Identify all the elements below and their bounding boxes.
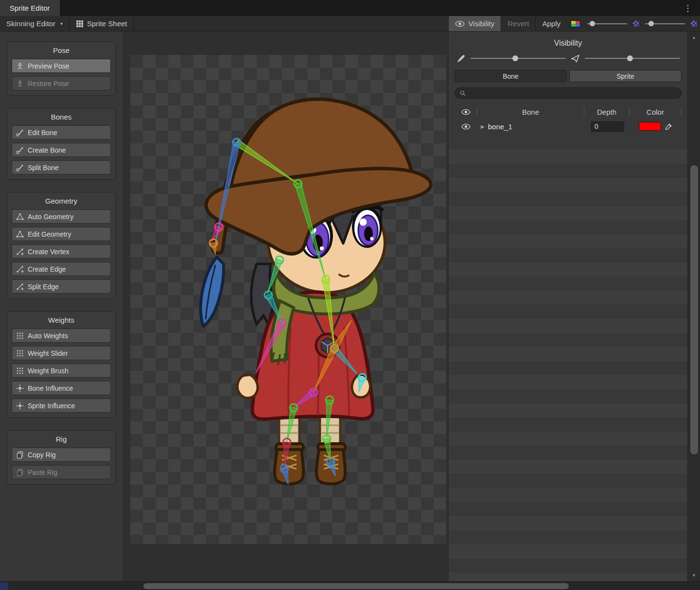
sprite-color-icon[interactable] bbox=[571, 20, 580, 27]
column-header-bone: Bone bbox=[477, 108, 584, 116]
bone-row[interactable]: ▶ bone_1 bbox=[455, 119, 682, 134]
search-input[interactable] bbox=[469, 89, 676, 97]
visibility-column-eye-icon bbox=[461, 109, 471, 115]
tool-sidebar: Pose Preview Pose Restore Pose Bones Edi… bbox=[0, 32, 122, 581]
bone-opacity-icon bbox=[456, 54, 466, 63]
revert-button[interactable]: Revert bbox=[501, 16, 535, 31]
geometry-group: Geometry Auto Geometry Edit Geometry Cre… bbox=[7, 192, 116, 299]
restore-pose-button[interactable]: Restore Pose bbox=[12, 76, 111, 90]
pose-icon bbox=[16, 62, 24, 70]
button-label: Preview Pose bbox=[28, 62, 70, 70]
column-header-depth: Depth bbox=[584, 108, 629, 116]
revert-label: Revert bbox=[508, 19, 529, 28]
alpha-checker-icon bbox=[690, 20, 698, 27]
eyedropper-icon[interactable] bbox=[665, 122, 673, 131]
pose-icon bbox=[16, 80, 24, 87]
sprite-editor-window: Sprite Editor ⋮ Skinning Editor ▾ Sprite… bbox=[0, 0, 700, 590]
slider-knob[interactable] bbox=[648, 21, 654, 26]
toolbar: Skinning Editor ▾ Sprite Sheet Visibilit… bbox=[0, 16, 700, 32]
empty-row-stripes bbox=[449, 150, 687, 581]
apply-button[interactable]: Apply bbox=[536, 16, 567, 31]
sprite-canvas[interactable] bbox=[122, 32, 448, 581]
depth-input[interactable] bbox=[591, 121, 624, 132]
tab-sprite[interactable]: Sprite bbox=[569, 70, 682, 82]
visibility-label: Visibility bbox=[468, 19, 494, 28]
scroll-up-arrow[interactable]: ▲ bbox=[688, 35, 700, 40]
bone-icon bbox=[16, 129, 24, 137]
button-label: Bone Influence bbox=[28, 384, 73, 392]
edit-geometry-button[interactable]: Edit Geometry bbox=[12, 227, 111, 241]
transparency-checkerboard bbox=[130, 55, 446, 544]
chevron-down-icon: ▾ bbox=[60, 21, 63, 26]
weight-brush-button[interactable]: Weight Brush bbox=[12, 364, 111, 378]
auto-weights-button[interactable]: Auto Weights bbox=[12, 329, 111, 343]
button-label: Create Bone bbox=[28, 146, 66, 154]
kebab-menu-icon[interactable]: ⋮ bbox=[683, 0, 692, 16]
alpha-slider[interactable] bbox=[645, 16, 685, 32]
copy-icon bbox=[16, 451, 24, 459]
button-label: Sprite Influence bbox=[28, 402, 75, 410]
sprite-sheet-grid-icon bbox=[76, 20, 84, 28]
bone-color-swatch[interactable] bbox=[639, 122, 661, 131]
vertical-scroll-thumb[interactable] bbox=[690, 165, 698, 454]
sprite-sheet-button[interactable]: Sprite Sheet bbox=[70, 16, 134, 31]
apply-label: Apply bbox=[542, 19, 560, 28]
button-label: Edit Geometry bbox=[28, 230, 71, 238]
expand-caret-icon[interactable]: ▶ bbox=[481, 124, 485, 129]
create-vertex-button[interactable]: Create Vertex bbox=[12, 244, 111, 259]
vertex-icon bbox=[16, 248, 24, 256]
create-edge-button[interactable]: Create Edge bbox=[12, 262, 111, 276]
horizontal-scrollbar[interactable] bbox=[0, 581, 700, 590]
scroll-down-arrow[interactable]: ▼ bbox=[688, 573, 700, 578]
slider-knob[interactable] bbox=[512, 55, 518, 61]
rig-group: Rig Copy Rig Paste Rig bbox=[7, 430, 116, 485]
create-bone-button[interactable]: Create Bone bbox=[12, 143, 111, 157]
button-label: Split Edge bbox=[28, 283, 59, 291]
edit-bone-button[interactable]: Edit Bone bbox=[12, 125, 111, 139]
preview-pose-button[interactable]: Preview Pose bbox=[12, 59, 111, 73]
bone-visibility-eye-icon[interactable] bbox=[461, 123, 471, 130]
split-edge-button[interactable]: Split Edge bbox=[12, 279, 111, 294]
paste-rig-button[interactable]: Paste Rig bbox=[12, 465, 111, 479]
sprite-opacity-slider[interactable] bbox=[585, 53, 680, 63]
weight-slider-button[interactable]: Weight Slider bbox=[12, 346, 111, 360]
visibility-toggle-button[interactable]: Visibility bbox=[448, 16, 501, 31]
alpha-checker-icon bbox=[632, 20, 640, 27]
pose-group: Pose Preview Pose Restore Pose bbox=[7, 41, 116, 96]
tab-bone[interactable]: Bone bbox=[455, 70, 567, 82]
slider-knob[interactable] bbox=[590, 21, 595, 26]
bone-opacity-slider[interactable] bbox=[471, 53, 566, 63]
bone-overlay[interactable] bbox=[130, 55, 446, 544]
auto-geometry-button[interactable]: Auto Geometry bbox=[12, 209, 111, 224]
horizontal-scroll-thumb[interactable] bbox=[143, 583, 569, 589]
geometry-icon bbox=[16, 230, 24, 238]
group-title: Rig bbox=[12, 435, 111, 443]
skinning-editor-dropdown[interactable]: Skinning Editor ▾ bbox=[0, 16, 69, 31]
edge-icon bbox=[16, 265, 24, 273]
bone-table-header: Bone Depth Color bbox=[455, 105, 682, 119]
bone-name: bone_1 bbox=[488, 122, 512, 131]
paste-icon bbox=[16, 469, 24, 476]
button-label: Copy Rig bbox=[28, 451, 56, 459]
split-bone-button[interactable]: Split Bone bbox=[12, 160, 111, 174]
button-label: Edit Bone bbox=[28, 129, 57, 137]
eye-icon bbox=[455, 20, 465, 28]
edge-icon bbox=[16, 283, 24, 291]
geometry-icon bbox=[16, 213, 24, 221]
vertical-scrollbar[interactable]: ▲ ▼ bbox=[687, 32, 700, 581]
button-label: Weight Slider bbox=[28, 349, 68, 357]
slider-knob[interactable] bbox=[627, 55, 633, 61]
sprite-opacity-icon bbox=[571, 54, 580, 63]
tab-sprite-editor[interactable]: Sprite Editor bbox=[0, 0, 60, 16]
bone-icon bbox=[16, 146, 24, 154]
sprite-influence-button[interactable]: Sprite Influence bbox=[12, 399, 111, 413]
button-label: Create Edge bbox=[28, 265, 66, 273]
brightness-slider[interactable] bbox=[587, 16, 627, 32]
button-label: Split Bone bbox=[28, 164, 59, 172]
bone-influence-button[interactable]: Bone Influence bbox=[12, 381, 111, 395]
copy-rig-button[interactable]: Copy Rig bbox=[12, 448, 111, 462]
group-title: Pose bbox=[12, 46, 111, 54]
titlebar: Sprite Editor ⋮ bbox=[0, 0, 700, 16]
tab-title: Sprite Editor bbox=[10, 4, 50, 12]
search-field[interactable] bbox=[455, 87, 682, 99]
